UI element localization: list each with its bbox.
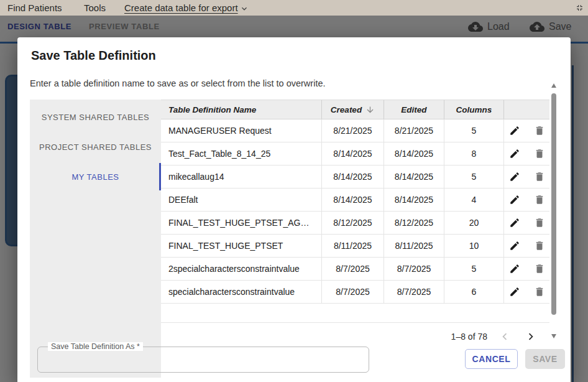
- pencil-icon: [509, 217, 520, 228]
- save-as-field: Save Table Definition As *: [37, 347, 369, 373]
- edit-row-button[interactable]: [508, 286, 521, 298]
- app-screen: Find Patients Tools Create data table fo…: [0, 0, 588, 382]
- scroll-up-arrow[interactable]: [551, 83, 556, 88]
- table-row[interactable]: MANAGERUSER Request 8/21/2025 8/21/2025 …: [161, 119, 549, 142]
- menu-find-patients[interactable]: Find Patients: [7, 0, 62, 16]
- table-row[interactable]: 2specialcharactersconstraintvalue 8/7/20…: [161, 258, 549, 281]
- edit-row-button[interactable]: [508, 193, 521, 206]
- cell-created: 8/11/2025: [321, 235, 384, 257]
- pencil-icon: [509, 286, 520, 297]
- cell-edited: 8/12/2025: [384, 212, 444, 234]
- table-row[interactable]: Test_Fact_Table_8_14_25 8/14/2025 8/14/2…: [161, 142, 549, 165]
- menu-tools[interactable]: Tools: [84, 0, 106, 16]
- cell-columns: 6: [444, 281, 503, 303]
- table-row[interactable]: FINAL_TEST_HUGE_PTSET_AGGOP… 8/12/2025 8…: [161, 212, 549, 235]
- cell-actions: [503, 119, 549, 142]
- cell-columns: 5: [444, 165, 503, 188]
- sidebar-item-my-tables[interactable]: MY TABLES: [30, 162, 161, 192]
- chevron-down-icon: [239, 4, 249, 14]
- cell-edited: 8/14/2025: [384, 142, 444, 165]
- table-scope-sidebar: SYSTEM SHARED TABLES PROJECT SHARED TABL…: [30, 100, 161, 378]
- cell-created: 8/12/2025: [321, 212, 384, 234]
- cell-created: 8/7/2025: [321, 281, 384, 303]
- delete-row-button[interactable]: [533, 286, 546, 298]
- header-table-definition-name[interactable]: Table Definition Name: [161, 100, 321, 119]
- cancel-button[interactable]: CANCEL: [465, 349, 518, 369]
- cell-actions: [503, 165, 549, 188]
- pencil-icon: [509, 171, 520, 182]
- delete-row-button[interactable]: [533, 217, 546, 229]
- cell-actions: [503, 189, 549, 211]
- delete-row-button[interactable]: [533, 263, 546, 275]
- pagination-range-label: 1–8 of 78: [451, 332, 487, 342]
- table-row[interactable]: specialcharactersconstraintvalue 8/7/202…: [161, 281, 549, 304]
- cell-table-definition-name: 2specialcharactersconstraintvalue: [161, 258, 321, 280]
- menu-create-data-table[interactable]: Create data table for export: [124, 0, 249, 16]
- fullscreen-exit-button[interactable]: [574, 2, 585, 13]
- top-menu-bar: Find Patients Tools Create data table fo…: [0, 0, 588, 16]
- cell-columns: 5: [444, 258, 503, 280]
- edit-row-button[interactable]: [508, 124, 521, 137]
- cell-columns: 4: [444, 189, 503, 211]
- delete-row-button[interactable]: [533, 147, 546, 160]
- table-row[interactable]: mikecallaug14 8/14/2025 8/14/2025 5: [161, 165, 549, 189]
- chevron-right-icon: [524, 330, 538, 343]
- edit-row-button[interactable]: [508, 263, 521, 275]
- scroll-down-arrow[interactable]: [551, 334, 556, 338]
- cell-actions: [503, 142, 549, 165]
- trash-icon: [534, 217, 545, 228]
- cell-created: 8/14/2025: [321, 189, 384, 211]
- delete-row-button[interactable]: [533, 170, 546, 183]
- cell-columns: 8: [444, 142, 503, 165]
- sidebar-item-system-shared-tables[interactable]: SYSTEM SHARED TABLES: [30, 102, 161, 132]
- header-edited[interactable]: Edited: [384, 100, 444, 119]
- cell-table-definition-name: specialcharactersconstraintvalue: [161, 281, 321, 303]
- trash-icon: [534, 171, 545, 182]
- table-row[interactable]: FINAL_TEST_HUGE_PTSET 8/11/2025 8/11/202…: [161, 235, 549, 258]
- dialog-title: Save Table Definition: [31, 49, 156, 63]
- cell-columns: 10: [444, 235, 503, 257]
- pagination-prev-button[interactable]: [496, 328, 513, 345]
- pencil-icon: [509, 148, 520, 159]
- table-row[interactable]: DEEfalt 8/14/2025 8/14/2025 4: [161, 189, 549, 212]
- fullscreen-exit-icon: [575, 3, 584, 12]
- scrollbar-thumb[interactable]: [551, 93, 556, 315]
- edit-row-button[interactable]: [508, 217, 521, 229]
- delete-row-button[interactable]: [533, 124, 546, 137]
- cell-table-definition-name: FINAL_TEST_HUGE_PTSET_AGGOP…: [161, 212, 321, 234]
- save-table-definition-dialog: Save Table Definition Enter a table defi…: [17, 37, 571, 382]
- pencil-icon: [509, 125, 520, 136]
- delete-row-button[interactable]: [533, 193, 546, 206]
- cell-created: 8/14/2025: [321, 165, 384, 188]
- edit-row-button[interactable]: [508, 240, 521, 252]
- pencil-icon: [509, 263, 520, 274]
- cell-edited: 8/11/2025: [384, 235, 444, 257]
- cell-table-definition-name: Test_Fact_Table_8_14_25: [161, 142, 321, 165]
- save-as-input[interactable]: [38, 347, 369, 372]
- menu-create-data-table-label: Create data table for export: [124, 2, 238, 13]
- cell-actions: [503, 258, 549, 280]
- trash-icon: [534, 194, 545, 205]
- cell-actions: [503, 281, 549, 303]
- save-button[interactable]: SAVE: [525, 349, 565, 369]
- edit-row-button[interactable]: [508, 170, 521, 183]
- header-columns[interactable]: Columns: [444, 100, 503, 119]
- delete-row-button[interactable]: [533, 240, 546, 252]
- cell-table-definition-name: FINAL_TEST_HUGE_PTSET: [161, 235, 321, 257]
- sidebar-item-project-shared-tables[interactable]: PROJECT SHARED TABLES: [30, 132, 161, 162]
- cell-edited: 8/21/2025: [384, 119, 444, 142]
- pagination-next-button[interactable]: [522, 328, 540, 345]
- dialog-description: Enter a table definition name to save as…: [30, 78, 326, 88]
- table-body: MANAGERUSER Request 8/21/2025 8/21/2025 …: [161, 119, 549, 304]
- dialog-scrollbar: [550, 82, 558, 340]
- cell-table-definition-name: MANAGERUSER Request: [161, 119, 321, 142]
- header-created[interactable]: Created: [321, 100, 384, 119]
- trash-icon: [534, 286, 545, 297]
- pencil-icon: [509, 240, 520, 251]
- edit-row-button[interactable]: [508, 147, 521, 160]
- cell-table-definition-name: mikecallaug14: [161, 165, 321, 188]
- cell-created: 8/7/2025: [321, 258, 384, 280]
- cell-columns: 5: [444, 119, 503, 142]
- chevron-left-icon: [498, 330, 512, 343]
- trash-icon: [534, 148, 545, 159]
